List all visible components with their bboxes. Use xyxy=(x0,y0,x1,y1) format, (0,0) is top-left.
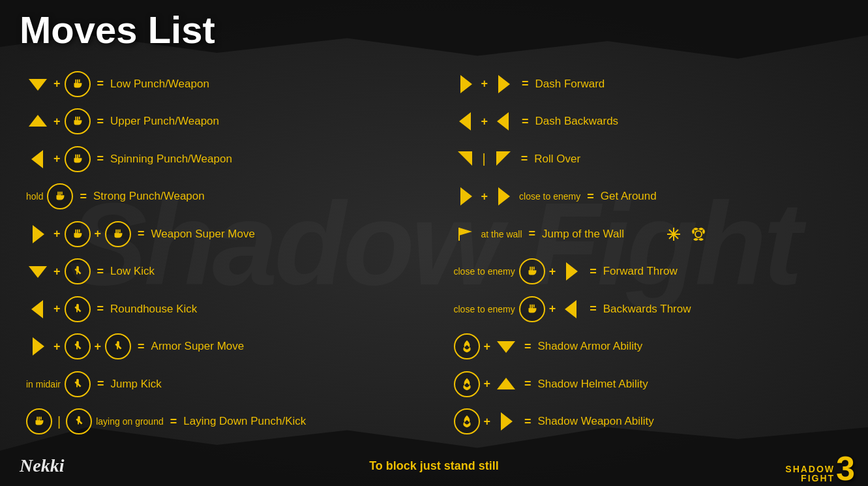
right-column: + = Dash Forward + = Dash Backwards | xyxy=(441,59,869,447)
move-upper-punch: + = Upper Punch/Weapon xyxy=(26,104,428,138)
svg-marker-22 xyxy=(566,262,578,281)
eq-sign: = xyxy=(524,415,531,429)
ninja-icon xyxy=(663,224,684,245)
svg-marker-24 xyxy=(497,341,515,353)
move-laying-down: | laying on ground = Laying Down Punch/K… xyxy=(26,404,428,438)
plus-sign: + xyxy=(53,227,61,241)
eq-sign: = xyxy=(521,152,528,166)
move-label-jump-wall: Jump of the Wall xyxy=(542,228,659,241)
eq-sign: = xyxy=(97,377,104,391)
svg-marker-3 xyxy=(33,225,44,243)
plus-sign: + xyxy=(549,302,556,316)
plus-sign: + xyxy=(53,152,61,166)
svg-marker-14 xyxy=(498,187,510,205)
move-spinning-punch: + = Spinning Punch/Weapon xyxy=(26,142,428,176)
eq-sign: = xyxy=(590,302,597,316)
left-arrow-icon xyxy=(26,147,50,171)
fist-icon xyxy=(47,183,73,209)
move-shadow-armor: + = Shadow Armor Ability xyxy=(454,329,856,363)
fist-icon xyxy=(65,146,91,172)
hold-text: hold xyxy=(26,191,43,202)
move-low-kick: + = Low Kick xyxy=(26,254,428,288)
eq-sign: = xyxy=(138,227,145,241)
svg-marker-11 xyxy=(458,151,472,166)
move-low-punch: + = Low Punch/Weapon xyxy=(26,67,428,101)
left-column: + = Low Punch/Weapon + = Upper Punch/Wea… xyxy=(0,59,441,447)
svg-marker-12 xyxy=(496,151,511,166)
down-arrow-icon xyxy=(494,335,518,358)
svg-point-21 xyxy=(695,231,702,237)
eq-sign: = xyxy=(97,302,104,316)
down-right-arrow-icon xyxy=(454,147,477,171)
right-arrow-icon-2 xyxy=(492,185,515,208)
svg-marker-0 xyxy=(29,79,47,91)
laying-text: laying on ground xyxy=(96,416,164,427)
grab-icon xyxy=(519,258,545,284)
move-label-shadow-helmet: Shadow Helmet Ability xyxy=(538,378,655,391)
plus-sign: + xyxy=(549,265,556,279)
eq-sign: = xyxy=(97,77,104,91)
move-dash-backwards: + = Dash Backwards xyxy=(454,104,856,138)
wall-text: at the wall xyxy=(481,229,522,239)
left-arrow-icon-2 xyxy=(492,110,515,133)
svg-marker-10 xyxy=(497,112,509,130)
right-arrow-icon xyxy=(26,335,50,358)
fight-text: FIGHT xyxy=(801,474,835,483)
move-get-around: + close to enemy = Get Around xyxy=(454,179,856,213)
plus-sign: + xyxy=(484,377,491,391)
svg-marker-23 xyxy=(565,300,576,318)
move-label-dash-forward: Dash Forward xyxy=(535,78,653,91)
move-roundhouse-kick: + = Roundhouse Kick xyxy=(26,292,428,326)
move-forward-throw: close to enemy + = Forward Throw xyxy=(454,254,856,288)
move-label-dash-backwards: Dash Backwards xyxy=(535,115,653,128)
kick-icon-1 xyxy=(65,333,91,359)
right-arrow-icon xyxy=(454,185,477,208)
fist-icon xyxy=(65,71,91,97)
move-label-shadow-armor: Shadow Armor Ability xyxy=(538,340,655,353)
eq-sign: = xyxy=(97,265,104,279)
page-title: Moves List xyxy=(20,8,215,52)
move-label-weapon-super: Weapon Super Move xyxy=(151,228,269,241)
right-arrow-icon xyxy=(454,72,477,96)
plus-sign: + xyxy=(53,302,61,316)
down-arrow-icon xyxy=(26,260,50,283)
shadow-icon xyxy=(454,333,480,359)
down-arrow-icon xyxy=(26,72,50,96)
move-label-spinning-punch: Spinning Punch/Weapon xyxy=(110,153,232,166)
fist-icon xyxy=(65,108,91,134)
move-label-armor-super: Armor Super Move xyxy=(151,340,269,353)
svg-marker-6 xyxy=(33,337,44,356)
eq-sign: = xyxy=(80,190,87,204)
svg-marker-25 xyxy=(497,378,515,389)
move-weapon-super: + + = Weapon Super Move xyxy=(26,217,428,251)
eq-sign: = xyxy=(97,152,104,166)
plus-sign: + xyxy=(53,340,61,354)
move-shadow-helmet: + = Shadow Helmet Ability xyxy=(454,367,856,401)
move-jump-kick: in midair = Jump Kick xyxy=(26,367,428,401)
left-arrow-icon xyxy=(26,297,50,321)
plus-sign: + xyxy=(95,227,102,241)
move-jump-wall: at the wall = Jump of the Wall xyxy=(454,217,856,251)
pipe-sign: | xyxy=(483,151,486,166)
content-area: + = Low Punch/Weapon + = Upper Punch/Wea… xyxy=(0,59,868,447)
move-label-shadow-weapon: Shadow Weapon Ability xyxy=(538,415,655,428)
move-label-forward-throw: Forward Throw xyxy=(603,265,721,278)
up-arrow-icon xyxy=(26,110,50,133)
kick-icon-2 xyxy=(105,333,131,359)
eq-sign: = xyxy=(170,415,177,429)
sf3-number: 3 xyxy=(836,454,855,483)
up-arrow-icon xyxy=(494,372,518,396)
svg-marker-4 xyxy=(29,266,47,278)
plus-sign: + xyxy=(53,115,61,129)
eq-sign: = xyxy=(138,340,145,354)
plus-sign: + xyxy=(53,265,61,279)
svg-marker-8 xyxy=(498,75,510,93)
svg-marker-26 xyxy=(501,412,513,431)
move-label-roundhouse: Roundhouse Kick xyxy=(110,303,228,316)
sf3-logo: SHADOW FIGHT 3 xyxy=(785,454,855,483)
down-left-arrow-icon xyxy=(491,147,515,171)
eq-sign: = xyxy=(590,265,597,279)
move-shadow-weapon: + = Shadow Weapon Ability xyxy=(454,404,856,438)
move-label-backwards-throw: Backwards Throw xyxy=(603,303,721,316)
shadow-icon xyxy=(454,408,480,434)
